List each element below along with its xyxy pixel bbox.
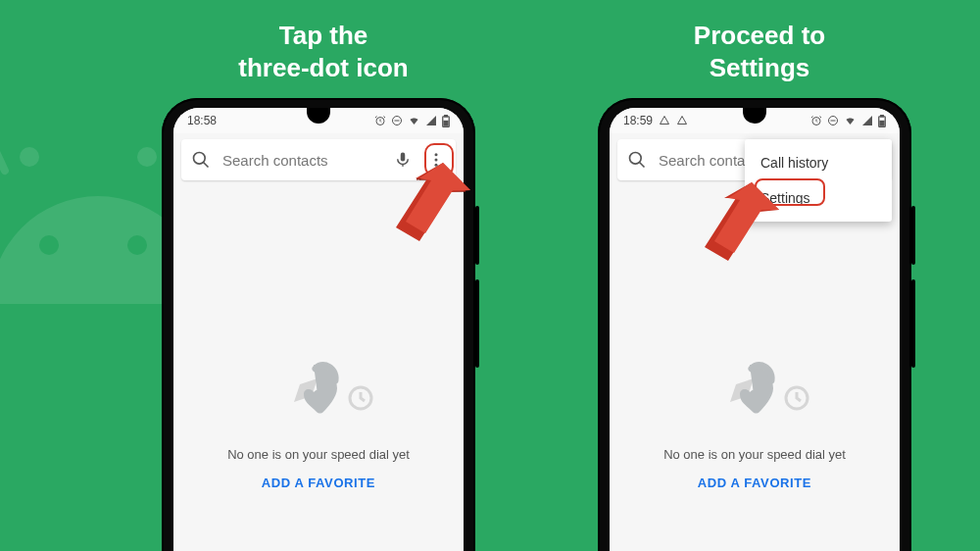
- phone-mockup-left: 18:58 Search contacts: [162, 98, 475, 551]
- phone-side-button: [475, 206, 479, 265]
- dnd-icon: [827, 115, 839, 126]
- speed-dial-empty-icon: [265, 353, 372, 431]
- menu-item-settings[interactable]: Settings: [745, 180, 892, 216]
- add-favorite-button[interactable]: ADD A FAVORITE: [173, 476, 464, 490]
- search-icon: [189, 148, 213, 172]
- svg-point-0: [20, 147, 39, 167]
- menu-item-call-history[interactable]: Call history: [745, 145, 892, 180]
- caption-left: Tap the three-dot icon: [176, 20, 470, 83]
- signal-icon: [425, 115, 437, 126]
- svg-point-14: [435, 164, 438, 167]
- svg-point-4: [39, 235, 59, 255]
- caption-right-line1: Proceed to: [694, 21, 825, 50]
- add-favorite-button[interactable]: ADD A FAVORITE: [610, 476, 900, 490]
- svg-point-26: [630, 153, 642, 165]
- svg-point-12: [435, 153, 438, 156]
- wifi-icon: [408, 115, 420, 126]
- caption-left-line2: three-dot icon: [238, 53, 408, 82]
- dnd-icon: [391, 115, 403, 126]
- svg-rect-2: [0, 128, 10, 176]
- speed-dial-empty-icon: [701, 353, 808, 431]
- alarm-icon: [810, 115, 822, 126]
- battery-icon: [442, 115, 450, 127]
- overflow-menu: Call history Settings: [745, 139, 892, 222]
- search-icon: [625, 148, 649, 172]
- svg-rect-24: [881, 115, 884, 117]
- empty-message: No one is on your speed dial yet: [173, 447, 464, 462]
- mic-icon[interactable]: [391, 148, 415, 172]
- battery-icon: [878, 115, 886, 127]
- search-bar[interactable]: Search contacts: [181, 139, 456, 180]
- wifi-icon: [844, 115, 857, 126]
- svg-point-5: [127, 235, 147, 255]
- signal-icon: [861, 115, 873, 126]
- status-time: 18:59: [623, 114, 653, 127]
- empty-message: No one is on your speed dial yet: [610, 447, 900, 462]
- phone-side-button: [911, 279, 915, 368]
- svg-rect-10: [444, 121, 448, 125]
- phone-side-button: [911, 206, 915, 265]
- svg-point-1: [137, 147, 157, 167]
- svg-rect-25: [880, 121, 884, 125]
- phone-screen: 18:58 Search contacts: [173, 108, 464, 551]
- notification-icon: [659, 115, 670, 126]
- caption-left-line1: Tap the: [279, 21, 368, 50]
- status-time: 18:58: [187, 114, 217, 127]
- phone-side-button: [475, 279, 479, 368]
- empty-state: No one is on your speed dial yet ADD A F…: [173, 353, 464, 490]
- alarm-icon: [374, 115, 386, 126]
- phone-screen: 18:59 Search conta Call history Settings: [610, 108, 900, 551]
- search-placeholder: Search contacts: [222, 152, 381, 169]
- empty-state: No one is on your speed dial yet ADD A F…: [610, 353, 900, 490]
- caption-right: Proceed to Settings: [612, 20, 906, 83]
- svg-rect-9: [445, 115, 448, 117]
- more-icon[interactable]: [424, 148, 448, 172]
- phone-mockup-right: 18:59 Search conta Call history Settings: [598, 98, 911, 551]
- notification-icon: [676, 115, 688, 126]
- caption-right-line2: Settings: [710, 53, 810, 82]
- svg-point-11: [194, 153, 206, 165]
- svg-point-13: [435, 159, 438, 162]
